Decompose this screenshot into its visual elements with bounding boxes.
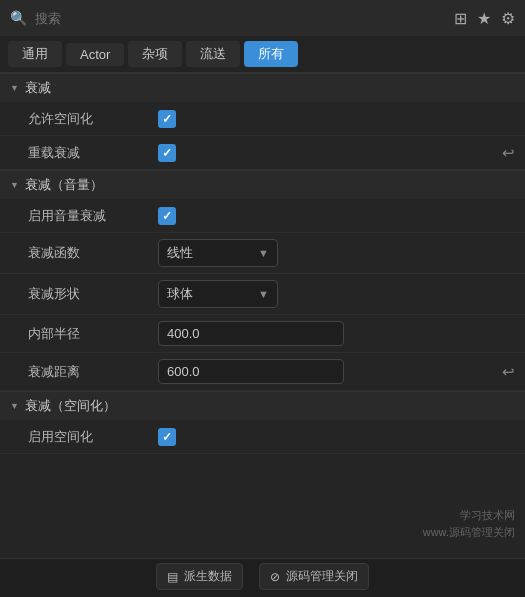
chevron-down-icon-2: ▼ bbox=[258, 288, 269, 300]
spawn-data-icon: ▤ bbox=[167, 570, 178, 584]
spawn-data-label: 派生数据 bbox=[184, 568, 232, 585]
bottom-bar: ▤ 派生数据 ⊘ 源码管理关闭 bbox=[0, 558, 525, 594]
row-override-attenuation: 重载衰减 ✓ ↩ bbox=[0, 136, 525, 170]
enable-volume-attenuation-checkbox[interactable]: ✓ bbox=[158, 207, 176, 225]
enable-spatialization-control: ✓ bbox=[158, 428, 515, 446]
override-attenuation-label: 重载衰减 bbox=[28, 144, 158, 162]
enable-volume-attenuation-label: 启用音量衰减 bbox=[28, 207, 158, 225]
allow-spatialization-control: ✓ bbox=[158, 110, 515, 128]
check-icon: ✓ bbox=[162, 430, 172, 444]
gear-icon[interactable]: ⚙ bbox=[501, 9, 515, 28]
falloff-distance-control bbox=[158, 359, 502, 384]
attenuation-function-dropdown[interactable]: 线性 ▼ bbox=[158, 239, 278, 267]
tab-general[interactable]: 通用 bbox=[8, 41, 62, 67]
source-control-icon: ⊘ bbox=[270, 570, 280, 584]
enable-spatialization-label: 启用空间化 bbox=[28, 428, 158, 446]
spawn-data-button[interactable]: ▤ 派生数据 bbox=[156, 563, 243, 590]
check-icon: ✓ bbox=[162, 112, 172, 126]
row-enable-volume-attenuation: 启用音量衰减 ✓ bbox=[0, 199, 525, 233]
falloff-distance-label: 衰减距离 bbox=[28, 363, 158, 381]
section-attenuation-volume-label: 衰减（音量） bbox=[25, 176, 103, 194]
section-attenuation-volume[interactable]: ▼ 衰减（音量） bbox=[0, 170, 525, 199]
content-area: ▼ 衰减 允许空间化 ✓ 重载衰减 ✓ ↩ ▼ 衰减（音量） 启用音量衰减 ✓ bbox=[0, 73, 525, 558]
star-icon[interactable]: ★ bbox=[477, 9, 491, 28]
inner-radius-label: 内部半径 bbox=[28, 325, 158, 343]
section-attenuation-spatialization-label: 衰减（空间化） bbox=[25, 397, 116, 415]
inner-radius-input[interactable] bbox=[158, 321, 344, 346]
allow-spatialization-checkbox[interactable]: ✓ bbox=[158, 110, 176, 128]
section-attenuation[interactable]: ▼ 衰减 bbox=[0, 73, 525, 102]
row-enable-spatialization: 启用空间化 ✓ bbox=[0, 420, 525, 454]
top-icons: ⊞ ★ ⚙ bbox=[454, 9, 515, 28]
falloff-distance-reset-icon[interactable]: ↩ bbox=[502, 363, 515, 381]
attenuation-function-value: 线性 bbox=[167, 244, 193, 262]
source-control-label: 源码管理关闭 bbox=[286, 568, 358, 585]
attenuation-function-control: 线性 ▼ bbox=[158, 239, 515, 267]
enable-volume-attenuation-control: ✓ bbox=[158, 207, 515, 225]
triangle-icon: ▼ bbox=[10, 83, 19, 93]
falloff-distance-input[interactable] bbox=[158, 359, 344, 384]
search-bar: 🔍 ⊞ ★ ⚙ bbox=[0, 0, 525, 36]
check-icon: ✓ bbox=[162, 146, 172, 160]
allow-spatialization-label: 允许空间化 bbox=[28, 110, 158, 128]
attenuation-shape-label: 衰减形状 bbox=[28, 285, 158, 303]
grid-icon[interactable]: ⊞ bbox=[454, 9, 467, 28]
attenuation-shape-value: 球体 bbox=[167, 285, 193, 303]
row-attenuation-shape: 衰减形状 球体 ▼ bbox=[0, 274, 525, 315]
row-allow-spatialization: 允许空间化 ✓ bbox=[0, 102, 525, 136]
check-icon: ✓ bbox=[162, 209, 172, 223]
row-attenuation-function: 衰减函数 线性 ▼ bbox=[0, 233, 525, 274]
attenuation-shape-dropdown[interactable]: 球体 ▼ bbox=[158, 280, 278, 308]
section-attenuation-label: 衰减 bbox=[25, 79, 51, 97]
attenuation-shape-control: 球体 ▼ bbox=[158, 280, 515, 308]
override-attenuation-control: ✓ bbox=[158, 144, 502, 162]
triangle-icon-2: ▼ bbox=[10, 180, 19, 190]
source-control-button[interactable]: ⊘ 源码管理关闭 bbox=[259, 563, 369, 590]
search-icon: 🔍 bbox=[10, 10, 27, 26]
tab-misc[interactable]: 杂项 bbox=[128, 41, 182, 67]
tab-actor[interactable]: Actor bbox=[66, 43, 124, 66]
triangle-icon-3: ▼ bbox=[10, 401, 19, 411]
enable-spatialization-checkbox[interactable]: ✓ bbox=[158, 428, 176, 446]
attenuation-function-label: 衰减函数 bbox=[28, 244, 158, 262]
tab-all[interactable]: 所有 bbox=[244, 41, 298, 67]
row-inner-radius: 内部半径 bbox=[0, 315, 525, 353]
tab-bar: 通用 Actor 杂项 流送 所有 bbox=[0, 36, 525, 73]
chevron-down-icon: ▼ bbox=[258, 247, 269, 259]
search-input[interactable] bbox=[35, 11, 446, 26]
section-attenuation-spatialization[interactable]: ▼ 衰减（空间化） bbox=[0, 391, 525, 420]
override-attenuation-checkbox[interactable]: ✓ bbox=[158, 144, 176, 162]
inner-radius-control bbox=[158, 321, 515, 346]
override-attenuation-reset-icon[interactable]: ↩ bbox=[502, 144, 515, 162]
tab-stream[interactable]: 流送 bbox=[186, 41, 240, 67]
row-falloff-distance: 衰减距离 ↩ bbox=[0, 353, 525, 391]
